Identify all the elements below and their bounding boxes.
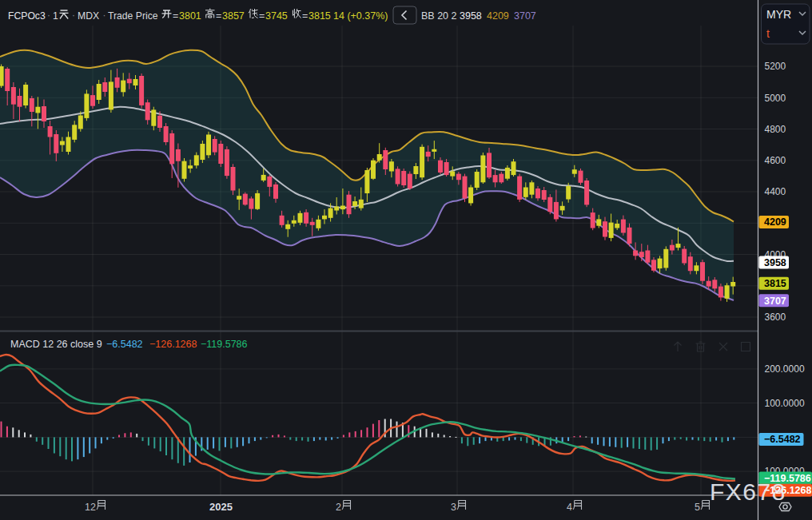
svg-text:·: · <box>47 10 50 21</box>
svg-text:MDX: MDX <box>78 10 99 22</box>
svg-text:BB 20 2: BB 20 2 <box>421 10 457 22</box>
svg-text:3857: 3857 <box>222 10 245 22</box>
svg-text:1: 1 <box>53 10 58 22</box>
svg-text:−6.5482: −6.5482 <box>764 434 801 445</box>
svg-text:FX678: FX678 <box>710 478 786 505</box>
svg-text:3815: 3815 <box>764 278 786 289</box>
svg-text:3600: 3600 <box>765 312 786 323</box>
svg-text:−119.5786: −119.5786 <box>201 339 248 350</box>
svg-text:200.0000: 200.0000 <box>765 363 805 375</box>
svg-text:5: 5 <box>695 502 700 513</box>
svg-text:3707: 3707 <box>514 10 536 22</box>
svg-text:3815: 3815 <box>308 10 331 22</box>
svg-text:=: = <box>302 10 308 22</box>
svg-text:Trade Price: Trade Price <box>108 10 158 22</box>
svg-text:−6.5482: −6.5482 <box>106 339 143 350</box>
svg-text:4400: 4400 <box>765 186 786 197</box>
svg-text:4209: 4209 <box>764 216 786 228</box>
svg-text:3745: 3745 <box>265 10 288 22</box>
svg-text:=: = <box>173 10 178 22</box>
svg-text:t: t <box>766 27 770 40</box>
svg-text:5200: 5200 <box>765 61 786 72</box>
svg-text:=: = <box>216 10 221 22</box>
svg-text:100.0000: 100.0000 <box>765 398 805 409</box>
svg-text:12: 12 <box>85 502 96 513</box>
svg-text:5000: 5000 <box>765 93 786 104</box>
svg-text:4209: 4209 <box>487 10 509 22</box>
svg-text:3707: 3707 <box>764 296 786 307</box>
svg-text:3958: 3958 <box>460 10 482 22</box>
svg-text:3801: 3801 <box>179 10 201 22</box>
svg-text:3958: 3958 <box>764 257 786 268</box>
svg-text:3: 3 <box>451 502 456 513</box>
svg-text:4800: 4800 <box>765 124 786 135</box>
svg-text:4: 4 <box>567 502 572 513</box>
svg-text:·: · <box>72 10 75 21</box>
svg-text:MACD 12 26 close 9: MACD 12 26 close 9 <box>10 339 102 350</box>
svg-text:−126.1268: −126.1268 <box>149 339 197 350</box>
svg-text:2: 2 <box>336 502 341 513</box>
svg-text:4600: 4600 <box>765 155 786 166</box>
svg-text:MYR: MYR <box>766 8 791 21</box>
svg-text:·: · <box>103 10 106 21</box>
svg-text:2025: 2025 <box>209 501 233 513</box>
svg-text:FCPOc3: FCPOc3 <box>8 10 46 22</box>
svg-text:14 (+0.37%): 14 (+0.37%) <box>333 10 388 22</box>
svg-text:=: = <box>259 10 265 22</box>
